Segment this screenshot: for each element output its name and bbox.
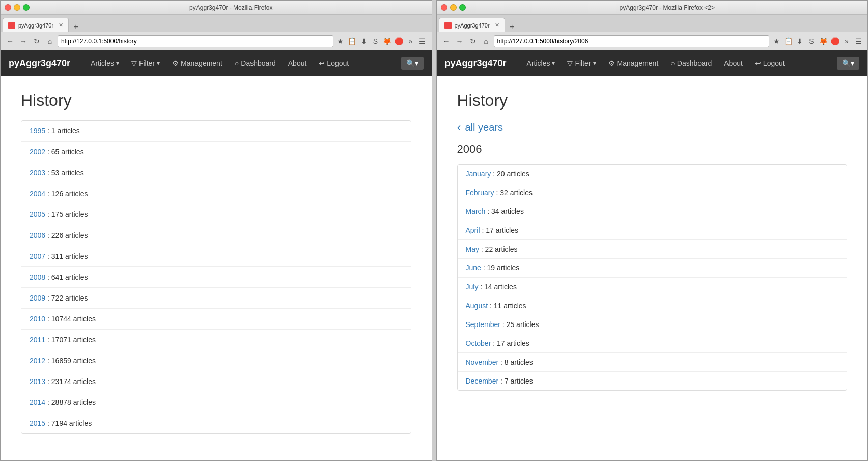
nav-filter-1[interactable]: ▽ Filter ▾: [126, 56, 165, 70]
month-link[interactable]: July: [466, 283, 479, 291]
navbar-search-1: 🔍▾: [401, 57, 424, 70]
nav-logout-2[interactable]: ↩ Logout: [750, 56, 790, 70]
back-btn-1[interactable]: ←: [5, 36, 16, 47]
page-title-2: History: [457, 91, 848, 110]
menu-icon-2[interactable]: ☰: [853, 36, 863, 46]
year-link[interactable]: 2009: [30, 294, 45, 302]
dropdown-icon-filter-1: ▾: [157, 60, 160, 67]
download-icon-2[interactable]: ⬇: [795, 36, 805, 46]
month-link[interactable]: April: [466, 226, 480, 234]
history-icon-1[interactable]: 📋: [347, 36, 357, 46]
tab-favicon-2: [444, 22, 452, 29]
dropdown-icon-filter-2: ▾: [593, 60, 596, 67]
navbar-items-2: Articles ▾ ▽ Filter ▾ ⚙ Management ○ Das…: [522, 56, 827, 70]
reload-btn-2[interactable]: ↻: [467, 36, 479, 47]
month-link[interactable]: August: [466, 302, 488, 310]
year-link[interactable]: 2015: [30, 419, 45, 427]
month-list: January : 20 articlesFebruary : 32 artic…: [457, 164, 848, 391]
month-link[interactable]: March: [466, 207, 486, 215]
adblock-icon-2: 🛑: [830, 36, 840, 46]
menu-icon-1[interactable]: ☰: [417, 36, 428, 46]
month-link[interactable]: October: [466, 339, 491, 347]
month-item: January : 20 articles: [458, 165, 847, 183]
bookmark-icon-2[interactable]: ★: [771, 36, 781, 46]
year-link[interactable]: 2010: [30, 315, 45, 323]
back-arrow-icon: ‹: [457, 120, 461, 134]
minimize-btn-2[interactable]: [450, 4, 457, 11]
browser-tab-2[interactable]: pyAggr3g470r ✕: [439, 18, 505, 32]
nav-about-2[interactable]: About: [719, 56, 748, 70]
maximize-btn-2[interactable]: [459, 4, 466, 11]
close-btn-1[interactable]: [5, 4, 11, 11]
month-link[interactable]: June: [466, 264, 481, 272]
sync-icon-1[interactable]: S: [371, 36, 381, 46]
back-link[interactable]: ‹ all years: [457, 120, 848, 134]
month-item: October : 17 articles: [458, 334, 847, 353]
month-link[interactable]: December: [466, 377, 499, 385]
nav-about-1[interactable]: About: [283, 56, 312, 70]
nav-dashboard-1[interactable]: ○ Dashboard: [230, 56, 281, 70]
year-link[interactable]: 1995: [30, 127, 45, 135]
year-link[interactable]: 2006: [30, 231, 45, 239]
nav-filter-2[interactable]: ▽ Filter ▾: [562, 56, 601, 70]
home-btn-2[interactable]: ⌂: [481, 36, 492, 47]
year-link[interactable]: 2002: [30, 148, 45, 156]
tab-close-1[interactable]: ✕: [59, 22, 63, 29]
url-input-1[interactable]: [58, 35, 333, 47]
close-btn-2[interactable]: [441, 4, 447, 11]
nav-management-1[interactable]: ⚙ Management: [167, 56, 228, 70]
back-btn-2[interactable]: ←: [441, 36, 452, 47]
year-link[interactable]: 2013: [30, 377, 45, 386]
home-btn-1[interactable]: ⌂: [44, 36, 55, 47]
sync-icon-2[interactable]: S: [806, 36, 817, 46]
nav-management-2[interactable]: ⚙ Management: [603, 56, 664, 70]
month-link[interactable]: September: [466, 320, 500, 329]
month-link[interactable]: November: [466, 358, 499, 366]
navbar-brand-2[interactable]: pyAggr3g470r: [445, 58, 507, 69]
bookmark-icon-1[interactable]: ★: [335, 36, 346, 46]
more-tools-2[interactable]: »: [842, 36, 852, 46]
year-link[interactable]: 2004: [30, 189, 45, 198]
search-button-1[interactable]: 🔍▾: [401, 57, 424, 70]
tab-bar-1: pyAggr3g470r ✕ +: [1, 15, 432, 32]
more-tools-1[interactable]: »: [406, 36, 416, 46]
year-link[interactable]: 2008: [30, 273, 45, 281]
year-item: 2010 : 10744 articles: [21, 309, 411, 330]
year-link[interactable]: 2011: [30, 336, 45, 344]
navbar-brand-1[interactable]: pyAggr3g470r: [9, 58, 70, 69]
reload-btn-1[interactable]: ↻: [31, 36, 42, 47]
year-link[interactable]: 2005: [30, 210, 45, 219]
new-tab-btn-1[interactable]: +: [71, 22, 81, 32]
year-item: 2009 : 722 articles: [21, 288, 411, 309]
search-button-2[interactable]: 🔍▾: [837, 57, 859, 70]
year-link[interactable]: 2007: [30, 252, 45, 260]
navbar-items-1: Articles ▾ ▽ Filter ▾ ⚙ Management ○ Das…: [86, 56, 390, 70]
month-item: September : 25 articles: [458, 315, 847, 334]
year-item: 2014 : 28878 articles: [21, 392, 411, 413]
month-link[interactable]: February: [466, 188, 494, 197]
firefox-icon-2: 🦊: [818, 36, 828, 46]
new-tab-btn-2[interactable]: +: [507, 22, 517, 32]
browser-tab-1[interactable]: pyAggr3g470r ✕: [3, 18, 69, 32]
nav-articles-2[interactable]: Articles ▾: [522, 56, 561, 70]
window-divider: [432, 0, 436, 461]
download-icon-1[interactable]: ⬇: [359, 36, 369, 46]
forward-btn-1[interactable]: →: [18, 36, 29, 47]
dropdown-icon-articles-2: ▾: [552, 60, 555, 67]
maximize-btn-1[interactable]: [23, 4, 30, 11]
minimize-btn-1[interactable]: [14, 4, 20, 11]
nav-logout-1[interactable]: ↩ Logout: [314, 56, 354, 70]
url-input-2[interactable]: [494, 35, 770, 47]
month-link[interactable]: May: [466, 245, 479, 253]
year-link[interactable]: 2003: [30, 169, 45, 177]
month-link[interactable]: January: [466, 170, 491, 178]
tab-close-2[interactable]: ✕: [495, 22, 499, 29]
nav-articles-1[interactable]: Articles ▾: [86, 56, 124, 70]
history-icon-2[interactable]: 📋: [783, 36, 793, 46]
year-link[interactable]: 2014: [30, 398, 45, 406]
forward-btn-2[interactable]: →: [454, 36, 465, 47]
nav-dashboard-2[interactable]: ○ Dashboard: [665, 56, 717, 70]
month-item: April : 17 articles: [458, 221, 847, 240]
year-link[interactable]: 2012: [30, 357, 45, 365]
all-years-link[interactable]: all years: [465, 122, 503, 133]
